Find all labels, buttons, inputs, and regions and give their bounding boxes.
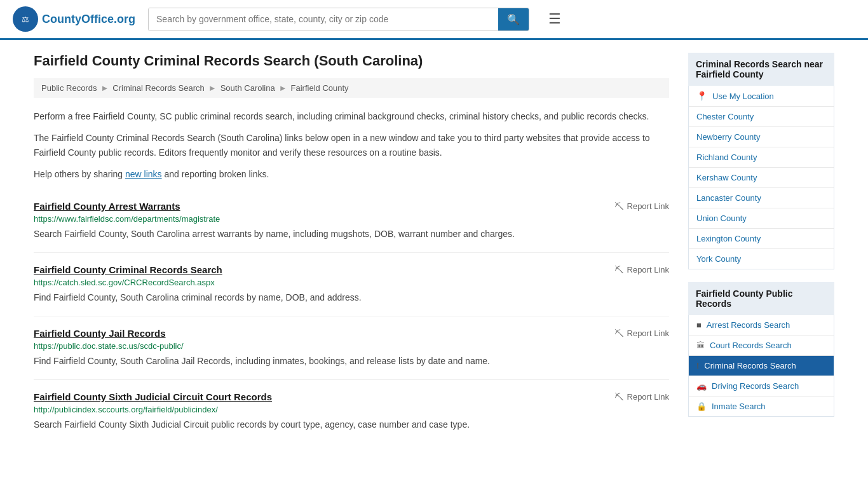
public-record-item-criminal[interactable]: ! Criminal Records Search bbox=[689, 356, 834, 376]
report-link[interactable]: ⛏ Report Link bbox=[614, 328, 669, 339]
breadcrumb-south-carolina[interactable]: South Carolina bbox=[220, 83, 275, 93]
public-records-list: ■ Arrest Records Search 🏛 Court Records … bbox=[688, 315, 834, 417]
nearby-county-item[interactable]: Richland County bbox=[689, 147, 834, 168]
nearby-county-link[interactable]: Kershaw County bbox=[689, 168, 834, 187]
result-desc: Find Fairfield County, South Carolina cr… bbox=[34, 291, 669, 304]
nearby-county-label: Lexington County bbox=[696, 234, 761, 243]
nearby-section: Criminal Records Search near Fairfield C… bbox=[688, 53, 834, 269]
arrest-records-link[interactable]: ■ Arrest Records Search bbox=[689, 315, 834, 335]
page-title: Fairfield County Criminal Records Search… bbox=[34, 53, 669, 69]
driving-records-link[interactable]: 🚗 Driving Records Search bbox=[689, 376, 834, 396]
report-link-label: Report Link bbox=[627, 329, 669, 338]
nearby-county-item[interactable]: Kershaw County bbox=[689, 168, 834, 188]
breadcrumb-public-records[interactable]: Public Records bbox=[41, 83, 97, 93]
use-my-location-item[interactable]: 📍 Use My Location bbox=[689, 86, 834, 107]
nearby-county-label: Union County bbox=[696, 214, 747, 223]
nearby-county-link[interactable]: Chester County bbox=[689, 107, 834, 126]
inmate-search-label: Inmate Search bbox=[712, 402, 766, 411]
nearby-county-link[interactable]: Newberry County bbox=[689, 127, 834, 147]
description-1: Perform a free Fairfield County, SC publ… bbox=[34, 109, 669, 123]
result-url[interactable]: http://publicindex.sccourts.org/fairfiel… bbox=[34, 405, 669, 414]
result-item: Fairfield County Sixth Judicial Circuit … bbox=[34, 380, 669, 443]
result-title[interactable]: Fairfield County Arrest Warrants bbox=[34, 201, 180, 212]
arrest-records-label: Arrest Records Search bbox=[707, 320, 790, 330]
new-links-link[interactable]: new links bbox=[125, 169, 162, 179]
arrest-icon: ■ bbox=[696, 320, 702, 330]
nearby-county-label: Kershaw County bbox=[696, 173, 757, 182]
search-input[interactable] bbox=[149, 8, 498, 30]
nearby-county-label: York County bbox=[696, 254, 741, 264]
result-desc: Search Fairfield County, South Carolina … bbox=[34, 227, 669, 241]
public-records-title: Fairfield County Public Records bbox=[688, 282, 834, 315]
court-records-label: Court Records Search bbox=[710, 341, 792, 350]
logo-icon: ⚖ bbox=[13, 6, 38, 32]
court-records-link[interactable]: 🏛 Court Records Search bbox=[689, 336, 834, 355]
inmate-search-link[interactable]: 🔒 Inmate Search bbox=[689, 396, 834, 416]
logo[interactable]: ⚖ CountyOffice.org bbox=[13, 6, 135, 32]
driving-icon: 🚗 bbox=[696, 381, 707, 391]
report-link-label: Report Link bbox=[627, 392, 669, 402]
description-3: Help others by sharing new links and rep… bbox=[34, 167, 669, 181]
svg-text:⚖: ⚖ bbox=[22, 15, 29, 24]
nearby-county-item[interactable]: Union County bbox=[689, 208, 834, 229]
breadcrumb-criminal-records[interactable]: Criminal Records Search bbox=[112, 83, 205, 93]
menu-icon[interactable]: ☰ bbox=[548, 11, 561, 27]
result-desc: Find Fairfield County, South Carolina Ja… bbox=[34, 355, 669, 368]
public-record-item-court[interactable]: 🏛 Court Records Search bbox=[689, 336, 834, 356]
report-link[interactable]: ⛏ Report Link bbox=[614, 201, 669, 212]
driving-records-label: Driving Records Search bbox=[712, 381, 799, 391]
location-icon: 📍 bbox=[696, 91, 707, 101]
report-link[interactable]: ⛏ Report Link bbox=[614, 264, 669, 275]
result-item: Fairfield County Jail Records ⛏ Report L… bbox=[34, 316, 669, 380]
result-url[interactable]: https://catch.sled.sc.gov/CRCRecordSearc… bbox=[34, 278, 669, 287]
inmate-icon: 🔒 bbox=[696, 402, 707, 411]
nearby-county-label: Newberry County bbox=[696, 132, 760, 142]
results-list: Fairfield County Arrest Warrants ⛏ Repor… bbox=[34, 189, 669, 443]
nearby-list: 📍 Use My Location Chester County Newberr… bbox=[688, 86, 834, 269]
nearby-county-item[interactable]: Lancaster County bbox=[689, 188, 834, 208]
report-icon: ⛏ bbox=[614, 264, 624, 275]
report-icon: ⛏ bbox=[614, 391, 624, 402]
result-item: Fairfield County Arrest Warrants ⛏ Repor… bbox=[34, 189, 669, 253]
report-icon: ⛏ bbox=[614, 201, 624, 212]
result-desc: Search Fairfield County Sixth Judicial C… bbox=[34, 418, 669, 431]
result-header: Fairfield County Sixth Judicial Circuit … bbox=[34, 391, 669, 402]
result-title[interactable]: Fairfield County Jail Records bbox=[34, 328, 166, 339]
report-link[interactable]: ⛏ Report Link bbox=[614, 391, 669, 402]
breadcrumb: Public Records ► Criminal Records Search… bbox=[34, 78, 669, 98]
court-icon: 🏛 bbox=[696, 341, 705, 350]
result-url[interactable]: https://www.fairfieldsc.com/departments/… bbox=[34, 214, 669, 224]
result-item: Fairfield County Criminal Records Search… bbox=[34, 253, 669, 316]
header: ⚖ CountyOffice.org 🔍 ☰ bbox=[0, 0, 868, 40]
report-link-label: Report Link bbox=[627, 265, 669, 274]
main-layout: Fairfield County Criminal Records Search… bbox=[21, 40, 847, 456]
result-title[interactable]: Fairfield County Criminal Records Search bbox=[34, 264, 222, 275]
content-area: Fairfield County Criminal Records Search… bbox=[34, 53, 669, 443]
breadcrumb-sep-2: ► bbox=[208, 83, 217, 93]
description-2: The Fairfield County Criminal Records Se… bbox=[34, 131, 669, 159]
public-record-item-arrest[interactable]: ■ Arrest Records Search bbox=[689, 315, 834, 336]
criminal-records-label: Criminal Records Search bbox=[704, 361, 796, 370]
public-record-item-driving[interactable]: 🚗 Driving Records Search bbox=[689, 376, 834, 396]
result-url[interactable]: https://public.doc.state.sc.us/scdc-publ… bbox=[34, 341, 669, 351]
nearby-county-item[interactable]: Newberry County bbox=[689, 127, 834, 147]
nearby-county-link[interactable]: Lancaster County bbox=[689, 188, 834, 208]
nearby-county-label: Lancaster County bbox=[696, 193, 761, 203]
sidebar: Criminal Records Search near Fairfield C… bbox=[688, 53, 834, 443]
criminal-records-link[interactable]: ! Criminal Records Search bbox=[689, 356, 834, 376]
use-my-location-link[interactable]: 📍 Use My Location bbox=[689, 86, 834, 106]
use-my-location-label: Use My Location bbox=[712, 92, 774, 101]
nearby-county-item[interactable]: Lexington County bbox=[689, 229, 834, 249]
public-records-section: Fairfield County Public Records ■ Arrest… bbox=[688, 282, 834, 417]
result-header: Fairfield County Arrest Warrants ⛏ Repor… bbox=[34, 201, 669, 212]
nearby-county-item[interactable]: Chester County bbox=[689, 107, 834, 127]
nearby-county-link[interactable]: Union County bbox=[689, 208, 834, 228]
search-button[interactable]: 🔍 bbox=[498, 8, 529, 30]
nearby-county-link[interactable]: York County bbox=[689, 249, 834, 269]
nearby-county-link[interactable]: Richland County bbox=[689, 147, 834, 167]
nearby-county-link[interactable]: Lexington County bbox=[689, 229, 834, 248]
result-title[interactable]: Fairfield County Sixth Judicial Circuit … bbox=[34, 391, 272, 402]
public-record-item-inmate[interactable]: 🔒 Inmate Search bbox=[689, 396, 834, 416]
nearby-county-item[interactable]: York County bbox=[689, 249, 834, 269]
result-header: Fairfield County Criminal Records Search… bbox=[34, 264, 669, 275]
